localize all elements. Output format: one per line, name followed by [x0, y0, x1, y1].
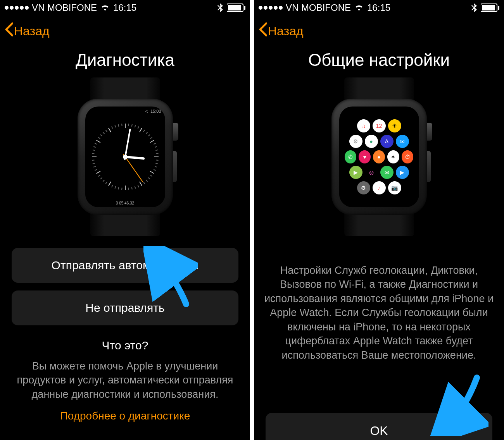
diagnostics-body: Вы можете помочь Apple в улучшении проду…: [0, 359, 250, 401]
chevron-left-icon: [259, 22, 267, 40]
svg-rect-1: [228, 5, 241, 10]
app-icon: ♪: [373, 181, 386, 194]
back-button[interactable]: Назад: [5, 22, 50, 40]
battery-icon: [227, 3, 245, 12]
watch-sub-label: 0 05:46.32: [116, 201, 134, 205]
app-icon: ✉: [396, 135, 409, 148]
svg-rect-5: [498, 6, 499, 10]
app-icon: 12: [373, 119, 386, 132]
app-icon: ▶: [349, 166, 362, 179]
status-bar: VN MOBIFONE 16:15: [254, 0, 504, 15]
phone-right: VN MOBIFONE 16:15 Назад Общие настройки: [254, 0, 504, 440]
wifi-icon: [354, 4, 364, 12]
watch-illustration: 15:00 ⵦ 0 05:46.32: [0, 77, 250, 236]
bluetooth-icon: [217, 3, 223, 12]
app-icon: ☀: [388, 119, 401, 132]
dont-send-button[interactable]: Не отправлять: [12, 290, 238, 325]
wifi-icon: [100, 4, 110, 12]
status-bar: VN MOBIFONE 16:15: [0, 0, 250, 15]
app-icon: ●: [373, 150, 385, 163]
app-icon: 📷: [388, 181, 401, 194]
send-auto-button[interactable]: Отправлять автоматически: [12, 248, 238, 283]
chevron-left-icon: [5, 22, 13, 40]
svg-rect-4: [482, 5, 495, 10]
watch-illustration: ♫12☀⚙●A✉✆♥●✶⏱▶◎✉▶⚙♪📷: [254, 77, 504, 236]
watch-crown-icon: [427, 123, 432, 141]
app-icon: ●: [365, 135, 378, 148]
carrier-label: VN MOBIFONE: [286, 2, 351, 13]
back-label: Назад: [14, 24, 50, 38]
app-icon: ✆: [345, 150, 357, 163]
app-icon: ▶: [396, 166, 409, 179]
page-title: Общие настройки: [254, 50, 504, 70]
app-icon: ✉: [380, 166, 394, 179]
phone-left: VN MOBIFONE 16:15 Назад Диагностика: [0, 0, 250, 440]
status-time: 16:15: [113, 2, 136, 13]
signal-strength-icon: [5, 6, 29, 10]
app-icon: A: [380, 135, 394, 148]
back-label: Назад: [268, 24, 304, 38]
back-button[interactable]: Назад: [259, 22, 304, 40]
bluetooth-icon: [471, 3, 477, 12]
app-icon: ⏱: [402, 150, 414, 163]
app-icon: ⚙: [349, 135, 362, 148]
page-title: Диагностика: [0, 50, 250, 70]
app-icon: ✶: [387, 150, 399, 163]
general-settings-body: Настройки Служб геолокации, Диктовки, Вы…: [254, 263, 504, 362]
app-icon: ◎: [365, 166, 378, 179]
watch-side-button-icon: [427, 151, 431, 182]
svg-rect-2: [244, 6, 245, 10]
app-icon: ⚙: [357, 181, 370, 194]
battery-icon: [481, 3, 499, 12]
nav-bar: Назад: [0, 15, 250, 46]
watch-side-button-icon: [173, 151, 177, 182]
nav-bar: Назад: [254, 15, 504, 46]
what-is-this-heading: Что это?: [0, 339, 250, 352]
carrier-label: VN MOBIFONE: [32, 2, 97, 13]
watch-crown-icon: [173, 123, 178, 141]
bluetooth-mini-icon: ⵦ: [145, 109, 148, 114]
app-icon: ♥: [359, 150, 371, 163]
ok-button[interactable]: OK: [266, 413, 492, 440]
app-grid: ♫12☀⚙●A✉✆♥●✶⏱▶◎✉▶⚙♪📷: [345, 112, 414, 202]
app-icon: ♫: [357, 119, 370, 132]
signal-strength-icon: [259, 6, 283, 10]
status-time: 16:15: [367, 2, 390, 13]
learn-more-link[interactable]: Подробнее о диагностике: [0, 410, 250, 422]
watch-time-label: 15:00: [150, 109, 161, 113]
